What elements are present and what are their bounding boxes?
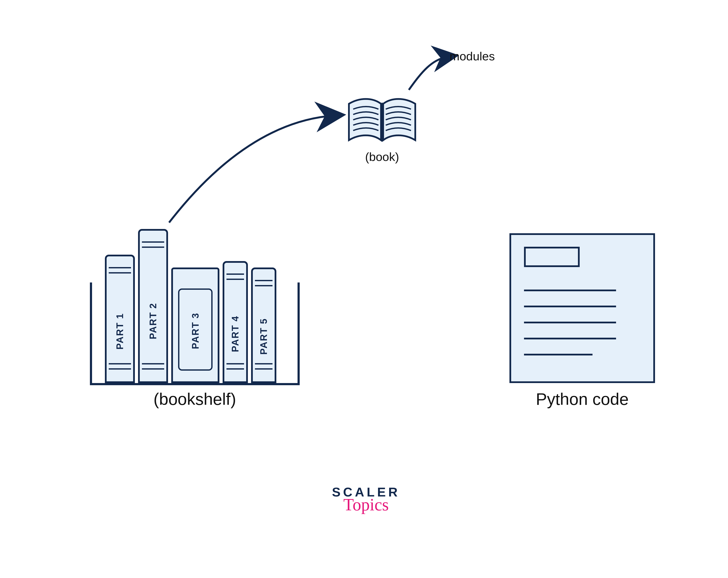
arrow-bookshelf-to-book xyxy=(165,107,340,227)
open-book-caption: (book) xyxy=(347,150,417,164)
arrow-book-to-modules xyxy=(407,50,454,93)
document-icon xyxy=(510,233,655,383)
book-part-2: PART 2 xyxy=(138,229,168,383)
book-stripe xyxy=(142,363,164,370)
book-label: PART 5 xyxy=(258,318,269,355)
book-part-1: PART 1 xyxy=(105,255,135,383)
book-stripe xyxy=(227,363,244,370)
document-caption: Python code xyxy=(510,390,655,409)
document-line xyxy=(524,354,593,356)
scaler-topics-logo: SCALER Topics xyxy=(328,486,405,513)
document-header-box xyxy=(524,247,580,267)
book-stripe xyxy=(255,280,272,286)
bookshelf-illustration: PART 1 PART 2 PART 3 PART 4 PART 5 xyxy=(90,222,300,385)
book-stripe xyxy=(142,241,164,248)
modules-label: modules xyxy=(449,49,495,63)
book-stripe xyxy=(109,267,131,273)
bookshelf-caption: (bookshelf) xyxy=(90,390,300,409)
book-label: PART 1 xyxy=(114,313,125,350)
book-part-5: PART 5 xyxy=(251,267,276,383)
book-label: PART 4 xyxy=(230,316,241,352)
document-line xyxy=(524,338,616,339)
book-stripe xyxy=(255,363,272,370)
book-part-4: PART 4 xyxy=(223,261,248,383)
book-part-3: PART 3 xyxy=(171,267,219,383)
book-label: PART 2 xyxy=(148,303,158,339)
document-line xyxy=(524,322,616,323)
book-label: PART 3 xyxy=(190,313,201,349)
book-stripe xyxy=(109,363,131,370)
book-stripe xyxy=(227,273,244,280)
document-line xyxy=(524,306,616,307)
document-line xyxy=(524,290,616,291)
diagram-canvas: PART 1 PART 2 PART 3 PART 4 PART 5 (book… xyxy=(0,0,728,578)
open-book-icon xyxy=(347,92,417,146)
